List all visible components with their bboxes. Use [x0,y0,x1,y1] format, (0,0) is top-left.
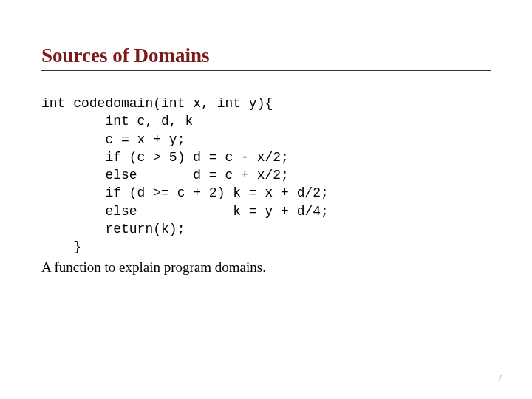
caption-text: A function to explain program domains. [41,259,491,276]
code-block: int codedomain(int x, int y){ int c, d, … [41,95,491,256]
page-number: 7 [497,372,502,384]
slide-title: Sources of Domains [41,44,491,71]
slide: Sources of Domains int codedomain(int x,… [0,0,532,399]
